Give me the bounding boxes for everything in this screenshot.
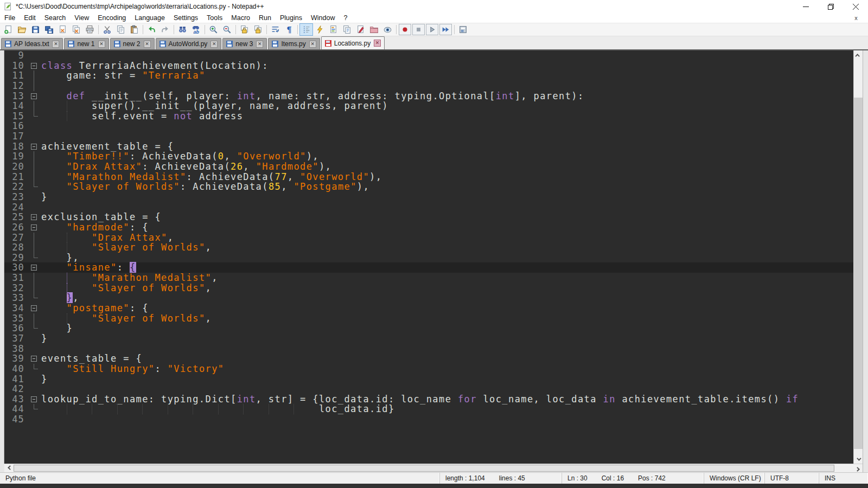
code-line[interactable]: 12: [4, 81, 853, 91]
fold-collapse-icon[interactable]: [31, 305, 37, 311]
word-wrap-icon[interactable]: [269, 23, 282, 36]
redo-icon[interactable]: [158, 23, 172, 36]
menu-item-settings[interactable]: Settings: [169, 14, 202, 23]
tab-close-icon[interactable]: ✕: [256, 41, 263, 48]
menu-item-edit[interactable]: Edit: [20, 14, 40, 23]
code-line[interactable]: 40 "Still Hungry": "Victory": [4, 364, 853, 374]
code-line[interactable]: 25exclusion_table = {: [4, 212, 853, 222]
minimize-button[interactable]: [793, 0, 818, 13]
menu-item-encoding[interactable]: Encoding: [93, 14, 130, 23]
scroll-left-arrow[interactable]: [4, 464, 14, 472]
current-code-line[interactable]: 30 "insane": {: [4, 262, 853, 273]
menu-item-file[interactable]: File: [0, 14, 20, 23]
tab-new-2[interactable]: new 2✕: [110, 38, 155, 49]
tab-locations-py[interactable]: Locations.py✕: [321, 36, 385, 49]
macro-stop-icon[interactable]: [412, 24, 425, 35]
menu-item-language[interactable]: Language: [130, 14, 169, 23]
code-line[interactable]: 32 "Slayer of Worlds",: [4, 283, 853, 293]
code-line[interactable]: 20 "Drax Attax": AchieveData(26, "Hardmo…: [4, 162, 853, 172]
fold-collapse-icon[interactable]: [31, 265, 37, 271]
menu-item-window[interactable]: Window: [307, 14, 339, 23]
code-line[interactable]: 44 loc_data.id}: [4, 404, 853, 414]
menu-item-macro[interactable]: Macro: [227, 14, 254, 23]
save-icon[interactable]: [29, 23, 42, 36]
document-map-icon[interactable]: [327, 23, 340, 36]
code-line[interactable]: 34 "postgame": {: [4, 303, 853, 313]
zoom-out-icon[interactable]: [220, 23, 234, 36]
tab-close-icon[interactable]: ✕: [144, 41, 151, 48]
macro-run-multiple-icon[interactable]: [439, 24, 452, 35]
code-line[interactable]: 33 },: [4, 293, 853, 303]
tab-items-py[interactable]: Items.py✕: [268, 38, 320, 49]
code-line[interactable]: 9: [4, 50, 853, 61]
document-edit-icon[interactable]: [354, 23, 367, 36]
code-line[interactable]: 13 def __init__(self, player: int, name:…: [4, 91, 853, 101]
macro-save-icon[interactable]: [456, 23, 470, 36]
code-editor[interactable]: 910class TerrariaAchievement(Location):1…: [4, 50, 853, 464]
close-all-icon[interactable]: [69, 23, 83, 36]
fold-collapse-icon[interactable]: [31, 224, 37, 230]
open-icon[interactable]: [15, 23, 29, 36]
tab-new-1[interactable]: new 1✕: [64, 38, 108, 49]
fold-collapse-icon[interactable]: [31, 396, 37, 402]
code-line[interactable]: 19 "Timber!!": AchieveData(0, "Overworld…: [4, 151, 853, 162]
document-list-icon[interactable]: [340, 23, 354, 36]
replace-icon[interactable]: ab: [189, 23, 203, 36]
scroll-down-arrow[interactable]: [854, 454, 863, 464]
code-line[interactable]: 26 "hardmode": {: [4, 222, 853, 233]
code-line[interactable]: 14 super().__init__(player, name, addres…: [4, 101, 853, 111]
menu-item-plugins[interactable]: Plugins: [276, 14, 307, 23]
code-line[interactable]: 39events_table = {: [4, 354, 853, 364]
tab-close-icon[interactable]: ✕: [374, 40, 381, 47]
menu-item-view[interactable]: View: [70, 14, 93, 23]
monitoring-eye-icon[interactable]: [381, 23, 394, 36]
code-line[interactable]: 27 "Drax Attax",: [4, 233, 853, 243]
vertical-scroll-thumb[interactable]: [854, 98, 863, 449]
vertical-scrollbar[interactable]: [853, 50, 863, 464]
tab-autoworld-py[interactable]: AutoWorld.py✕: [156, 38, 222, 49]
restore-button[interactable]: [818, 0, 843, 13]
menu-item-tools[interactable]: Tools: [202, 14, 227, 23]
code-line[interactable]: 45: [4, 414, 853, 425]
horizontal-scroll-thumb[interactable]: [14, 465, 834, 472]
code-line[interactable]: 31 "Marathon Medalist",: [4, 273, 853, 283]
fold-collapse-icon[interactable]: [31, 144, 37, 150]
menubar-close-icon[interactable]: x: [852, 15, 860, 21]
code-line[interactable]: 29 },: [4, 253, 853, 263]
code-line[interactable]: 36 }: [4, 323, 853, 333]
sync-vertical-icon[interactable]: [238, 23, 251, 36]
code-line[interactable]: 15 self.event = not address: [4, 111, 853, 121]
tab-close-icon[interactable]: ✕: [309, 41, 316, 48]
scroll-right-arrow[interactable]: [853, 464, 863, 472]
fold-collapse-icon[interactable]: [31, 63, 37, 69]
sync-horizontal-icon[interactable]: [251, 23, 265, 36]
code-line[interactable]: 24: [4, 202, 853, 213]
tab-close-icon[interactable]: ✕: [98, 41, 105, 48]
scroll-up-arrow[interactable]: [854, 50, 863, 60]
tab-close-icon[interactable]: ✕: [210, 41, 218, 48]
cut-icon[interactable]: [100, 23, 114, 36]
macro-record-icon[interactable]: [399, 24, 411, 35]
code-line[interactable]: 37}: [4, 333, 853, 344]
code-line[interactable]: 38: [4, 344, 853, 354]
code-line[interactable]: 17: [4, 131, 853, 142]
code-line[interactable]: 28 "Slayer of Worlds",: [4, 242, 853, 253]
code-line[interactable]: 16: [4, 121, 853, 131]
print-icon[interactable]: [83, 23, 97, 36]
code-line[interactable]: 43lookup_id_to_name: typing.Dict[int, st…: [4, 394, 853, 404]
save-all-icon[interactable]: [42, 23, 56, 36]
macro-play-icon[interactable]: [426, 24, 438, 35]
menu-item-search[interactable]: Search: [40, 14, 71, 23]
code-line[interactable]: 35 "Slayer of Worlds",: [4, 313, 853, 324]
fold-collapse-icon[interactable]: [31, 356, 37, 362]
code-line[interactable]: 42: [4, 384, 853, 394]
code-line[interactable]: 11 game: str = "Terraria": [4, 70, 853, 81]
fold-collapse-icon[interactable]: [31, 93, 37, 99]
close-icon[interactable]: [56, 23, 69, 36]
copy-icon[interactable]: [114, 23, 127, 36]
zoom-in-icon[interactable]: [207, 23, 220, 36]
code-line[interactable]: 22 "Slayer of Worlds": AchieveData(85, "…: [4, 182, 853, 192]
fold-collapse-icon[interactable]: [31, 214, 37, 220]
new-file-icon[interactable]: [2, 23, 15, 36]
code-line[interactable]: 23}: [4, 192, 853, 202]
